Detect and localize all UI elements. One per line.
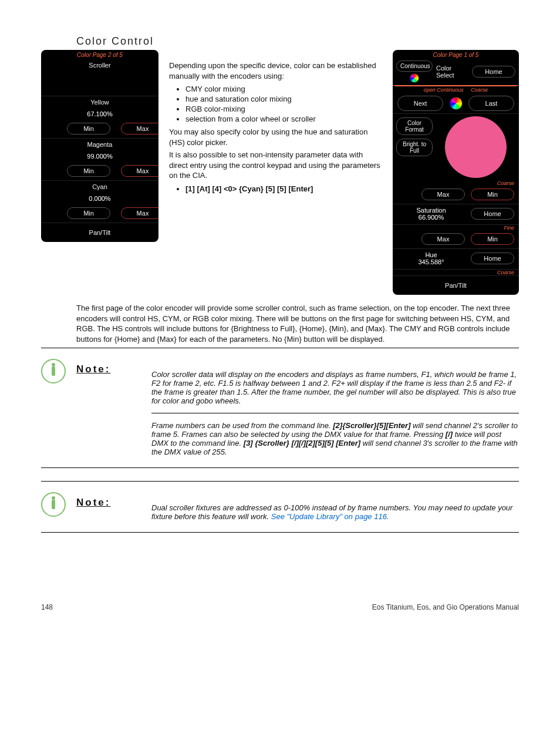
saturation-value: 66.900% bbox=[397, 214, 465, 221]
max-button[interactable]: Max bbox=[121, 123, 158, 134]
min-button[interactable]: Min bbox=[471, 233, 514, 245]
info-icon bbox=[41, 359, 66, 383]
section-title: Color Control bbox=[76, 35, 519, 48]
bullet: hue and saturation color mixing bbox=[185, 95, 382, 103]
min-button[interactable]: Min bbox=[67, 123, 110, 134]
manual-title: Eos Titanium, Eos, and Gio Operations Ma… bbox=[372, 603, 519, 611]
wheel-icon bbox=[450, 97, 463, 110]
hue-label: Hue bbox=[397, 251, 465, 258]
encoder-panel-left: Color Page 2 of 5 Scroller Yellow 67.100… bbox=[41, 50, 158, 242]
home-button[interactable]: Home bbox=[471, 253, 514, 264]
note-text: Frame numbers can be used from the comma… bbox=[151, 421, 519, 456]
bullet: RGB color-mixing bbox=[185, 105, 382, 113]
max-button[interactable]: Max bbox=[121, 165, 158, 177]
note-block: Note: Color scroller data will display o… bbox=[41, 359, 519, 464]
example-command: [1] [At] [4] <0> {Cyan} [5] [5] [Enter] bbox=[185, 184, 382, 193]
color-format-button[interactable]: Color Format bbox=[396, 117, 433, 135]
home-button[interactable]: Home bbox=[472, 66, 515, 78]
min-button[interactable]: Min bbox=[471, 189, 514, 200]
hue-value: 345.588° bbox=[397, 258, 465, 265]
note-block: Note: Dual scroller fixtures are address… bbox=[41, 492, 519, 529]
intro-p2: You may also specify color by using the … bbox=[169, 127, 382, 147]
coarse-tag: Coarse bbox=[471, 87, 488, 93]
max-button[interactable]: Max bbox=[421, 233, 465, 245]
note-label: Note: bbox=[76, 497, 110, 508]
bullet: selection from a color wheel or scroller bbox=[185, 115, 382, 123]
note-label: Note: bbox=[76, 364, 110, 375]
pantilt-label[interactable]: Pan/Tilt bbox=[393, 275, 519, 295]
page-tag-right: Color Page 1 of 5 bbox=[393, 50, 519, 58]
bullet: CMY color mixing bbox=[185, 85, 382, 93]
row-cyan-value: 0.000% bbox=[41, 195, 158, 206]
min-button[interactable]: Min bbox=[67, 207, 110, 219]
wheel-icon bbox=[410, 73, 419, 83]
page-tag-left: Color Page 2 of 5 bbox=[41, 50, 158, 58]
max-button[interactable]: Max bbox=[121, 207, 158, 219]
body-paragraph: The first page of the color encoder will… bbox=[76, 303, 519, 344]
open-continuous: open Continuous bbox=[424, 87, 464, 93]
page-number: 148 bbox=[41, 603, 53, 611]
home-button[interactable]: Home bbox=[471, 208, 514, 220]
intro-text: Depending upon the specific device, colo… bbox=[169, 50, 382, 197]
note-text: Color scroller data will display on the … bbox=[151, 370, 519, 405]
row-yellow-name: Yellow bbox=[41, 96, 158, 110]
info-icon bbox=[41, 492, 66, 517]
encoder-panel-right: Color Page 1 of 5 Continuous Color Selec… bbox=[393, 50, 519, 295]
pantilt-label[interactable]: Pan/Tilt bbox=[41, 223, 158, 242]
continuous-button[interactable]: Continuous bbox=[396, 60, 433, 72]
fine-tag: Fine bbox=[393, 225, 519, 231]
max-button[interactable]: Max bbox=[421, 189, 465, 200]
saturation-label: Saturation bbox=[397, 207, 465, 214]
next-button[interactable]: Next bbox=[397, 96, 443, 111]
row-magenta-value: 99.000% bbox=[41, 153, 158, 163]
scroller-label: Scroller bbox=[41, 58, 158, 72]
min-button[interactable]: Min bbox=[67, 165, 110, 177]
row-magenta-name: Magenta bbox=[41, 139, 158, 153]
color-wheel[interactable] bbox=[445, 116, 507, 178]
last-button[interactable]: Last bbox=[468, 96, 514, 111]
intro-p1: Depending upon the specific device, colo… bbox=[169, 60, 382, 81]
bright-to-full-button[interactable]: Bright. to Full bbox=[396, 139, 433, 156]
coarse-tag: Coarse bbox=[393, 270, 519, 275]
intro-p3: It is also possible to set non-intensity… bbox=[169, 150, 382, 181]
row-cyan-name: Cyan bbox=[41, 181, 158, 195]
row-yellow-value: 67.100% bbox=[41, 110, 158, 121]
color-select-label: Color Select bbox=[436, 65, 468, 79]
coarse-tag: Coarse bbox=[393, 180, 519, 186]
cross-reference-link[interactable]: See "Update Library" on page 116. bbox=[271, 512, 389, 521]
note-text: Dual scroller fixtures are addressed as … bbox=[151, 503, 519, 521]
